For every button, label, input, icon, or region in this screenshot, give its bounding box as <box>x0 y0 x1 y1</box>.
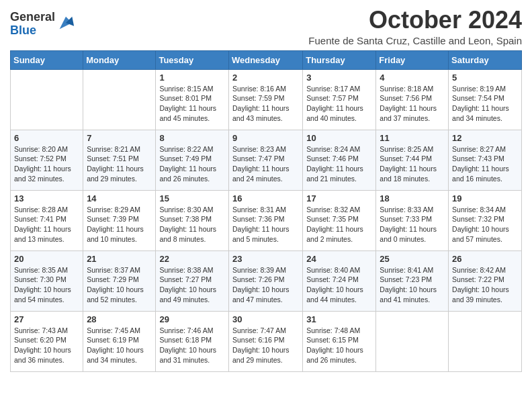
weekday-header-sunday: Sunday <box>11 50 83 69</box>
day-info: Sunrise: 7:46 AMSunset: 6:18 PMDaylight:… <box>159 326 225 365</box>
day-info: Sunrise: 8:27 AMSunset: 7:43 PMDaylight:… <box>452 144 518 184</box>
day-number: 7 <box>87 133 152 143</box>
day-number: 31 <box>306 314 372 324</box>
calendar-cell: 22Sunrise: 8:38 AMSunset: 7:27 PMDayligh… <box>156 250 229 311</box>
calendar-cell <box>83 69 156 130</box>
day-info: Sunrise: 8:21 AMSunset: 7:51 PMDaylight:… <box>87 144 152 184</box>
day-number: 16 <box>232 193 299 203</box>
day-number: 24 <box>306 254 372 264</box>
week-row-2: 6Sunrise: 8:20 AMSunset: 7:52 PMDaylight… <box>11 130 522 190</box>
day-info: Sunrise: 8:17 AMSunset: 7:57 PMDaylight:… <box>306 84 372 124</box>
logo-general: General <box>10 11 55 24</box>
calendar-cell: 27Sunrise: 7:43 AMSunset: 6:20 PMDayligh… <box>11 311 83 371</box>
day-info: Sunrise: 7:45 AMSunset: 6:19 PMDaylight:… <box>87 326 152 365</box>
day-info: Sunrise: 8:35 AMSunset: 7:30 PMDaylight:… <box>14 265 79 305</box>
day-info: Sunrise: 8:40 AMSunset: 7:24 PMDaylight:… <box>306 265 372 305</box>
day-number: 1 <box>159 73 225 83</box>
day-number: 30 <box>232 314 299 324</box>
day-number: 5 <box>452 73 518 83</box>
calendar-cell: 14Sunrise: 8:29 AMSunset: 7:39 PMDayligh… <box>83 190 156 250</box>
calendar-cell: 17Sunrise: 8:32 AMSunset: 7:35 PMDayligh… <box>303 190 376 250</box>
weekday-header-tuesday: Tuesday <box>156 50 229 69</box>
calendar-cell: 13Sunrise: 8:28 AMSunset: 7:41 PMDayligh… <box>11 190 83 250</box>
logo-icon <box>56 13 75 32</box>
weekday-header-thursday: Thursday <box>303 50 376 69</box>
title-block: October 2024 Fuente de Santa Cruz, Casti… <box>308 7 522 46</box>
logo-blue: Blue <box>10 24 55 38</box>
day-info: Sunrise: 8:18 AMSunset: 7:56 PMDaylight:… <box>380 84 445 124</box>
day-number: 9 <box>232 133 299 143</box>
day-number: 23 <box>232 254 299 264</box>
day-number: 19 <box>452 193 518 203</box>
day-number: 22 <box>159 254 225 264</box>
calendar-cell: 8Sunrise: 8:22 AMSunset: 7:49 PMDaylight… <box>156 130 229 190</box>
day-info: Sunrise: 8:30 AMSunset: 7:38 PMDaylight:… <box>159 205 225 244</box>
day-info: Sunrise: 7:47 AMSunset: 6:16 PMDaylight:… <box>232 326 299 365</box>
weekday-header-saturday: Saturday <box>449 50 522 69</box>
day-info: Sunrise: 8:37 AMSunset: 7:29 PMDaylight:… <box>87 265 152 305</box>
calendar-cell: 10Sunrise: 8:24 AMSunset: 7:46 PMDayligh… <box>303 130 376 190</box>
day-info: Sunrise: 8:22 AMSunset: 7:49 PMDaylight:… <box>159 144 225 184</box>
logo-container: General Blue <box>10 7 75 38</box>
calendar-cell <box>449 311 522 371</box>
day-info: Sunrise: 8:25 AMSunset: 7:44 PMDaylight:… <box>380 144 445 184</box>
header: General Blue October 2024 Fuente de Sant… <box>10 7 522 46</box>
calendar-cell: 28Sunrise: 7:45 AMSunset: 6:19 PMDayligh… <box>83 311 156 371</box>
calendar-cell: 2Sunrise: 8:16 AMSunset: 7:59 PMDaylight… <box>228 69 302 130</box>
calendar-cell: 7Sunrise: 8:21 AMSunset: 7:51 PMDaylight… <box>83 130 156 190</box>
day-number: 13 <box>14 193 79 203</box>
day-number: 14 <box>87 193 152 203</box>
day-info: Sunrise: 8:23 AMSunset: 7:47 PMDaylight:… <box>232 144 299 184</box>
week-row-4: 20Sunrise: 8:35 AMSunset: 7:30 PMDayligh… <box>11 250 522 311</box>
calendar-cell: 24Sunrise: 8:40 AMSunset: 7:24 PMDayligh… <box>303 250 376 311</box>
day-info: Sunrise: 8:31 AMSunset: 7:36 PMDaylight:… <box>232 205 299 244</box>
calendar-cell: 26Sunrise: 8:42 AMSunset: 7:22 PMDayligh… <box>449 250 522 311</box>
day-number: 8 <box>159 133 225 143</box>
day-number: 4 <box>380 73 445 83</box>
calendar-cell: 23Sunrise: 8:39 AMSunset: 7:26 PMDayligh… <box>228 250 302 311</box>
week-row-1: 1Sunrise: 8:15 AMSunset: 8:01 PMDaylight… <box>11 69 522 130</box>
calendar-cell: 3Sunrise: 8:17 AMSunset: 7:57 PMDaylight… <box>303 69 376 130</box>
page: General Blue October 2024 Fuente de Sant… <box>0 0 532 382</box>
day-info: Sunrise: 8:39 AMSunset: 7:26 PMDaylight:… <box>232 265 299 305</box>
calendar-cell: 4Sunrise: 8:18 AMSunset: 7:56 PMDaylight… <box>376 69 449 130</box>
day-number: 17 <box>306 193 372 203</box>
day-number: 15 <box>159 193 225 203</box>
calendar-table: SundayMondayTuesdayWednesdayThursdayFrid… <box>10 50 522 372</box>
logo-text: General Blue <box>10 11 55 38</box>
day-number: 12 <box>452 133 518 143</box>
day-number: 6 <box>14 133 79 143</box>
day-number: 11 <box>380 133 445 143</box>
weekday-header-wednesday: Wednesday <box>228 50 302 69</box>
day-number: 21 <box>87 254 152 264</box>
day-info: Sunrise: 8:15 AMSunset: 8:01 PMDaylight:… <box>159 84 225 124</box>
logo: General Blue <box>10 11 75 38</box>
day-info: Sunrise: 7:43 AMSunset: 6:20 PMDaylight:… <box>14 326 79 365</box>
calendar-cell: 31Sunrise: 7:48 AMSunset: 6:15 PMDayligh… <box>303 311 376 371</box>
day-info: Sunrise: 8:32 AMSunset: 7:35 PMDaylight:… <box>306 205 372 244</box>
day-number: 3 <box>306 73 372 83</box>
day-info: Sunrise: 8:29 AMSunset: 7:39 PMDaylight:… <box>87 205 152 244</box>
day-info: Sunrise: 8:28 AMSunset: 7:41 PMDaylight:… <box>14 205 79 244</box>
day-info: Sunrise: 7:48 AMSunset: 6:15 PMDaylight:… <box>306 326 372 365</box>
day-number: 2 <box>232 73 299 83</box>
day-info: Sunrise: 8:41 AMSunset: 7:23 PMDaylight:… <box>380 265 445 305</box>
calendar-cell: 12Sunrise: 8:27 AMSunset: 7:43 PMDayligh… <box>449 130 522 190</box>
month-title: October 2024 <box>308 7 522 34</box>
day-info: Sunrise: 8:24 AMSunset: 7:46 PMDaylight:… <box>306 144 372 184</box>
calendar-cell <box>11 69 83 130</box>
day-info: Sunrise: 8:16 AMSunset: 7:59 PMDaylight:… <box>232 84 299 124</box>
calendar-cell: 20Sunrise: 8:35 AMSunset: 7:30 PMDayligh… <box>11 250 83 311</box>
day-info: Sunrise: 8:33 AMSunset: 7:33 PMDaylight:… <box>380 205 445 244</box>
day-number: 10 <box>306 133 372 143</box>
weekday-header-monday: Monday <box>83 50 156 69</box>
day-number: 26 <box>452 254 518 264</box>
calendar-cell: 29Sunrise: 7:46 AMSunset: 6:18 PMDayligh… <box>156 311 229 371</box>
calendar-cell: 19Sunrise: 8:34 AMSunset: 7:32 PMDayligh… <box>449 190 522 250</box>
calendar-cell: 18Sunrise: 8:33 AMSunset: 7:33 PMDayligh… <box>376 190 449 250</box>
calendar-cell: 16Sunrise: 8:31 AMSunset: 7:36 PMDayligh… <box>228 190 302 250</box>
weekday-header-row: SundayMondayTuesdayWednesdayThursdayFrid… <box>11 50 522 69</box>
day-info: Sunrise: 8:34 AMSunset: 7:32 PMDaylight:… <box>452 205 518 244</box>
weekday-header-friday: Friday <box>376 50 449 69</box>
day-number: 20 <box>14 254 79 264</box>
